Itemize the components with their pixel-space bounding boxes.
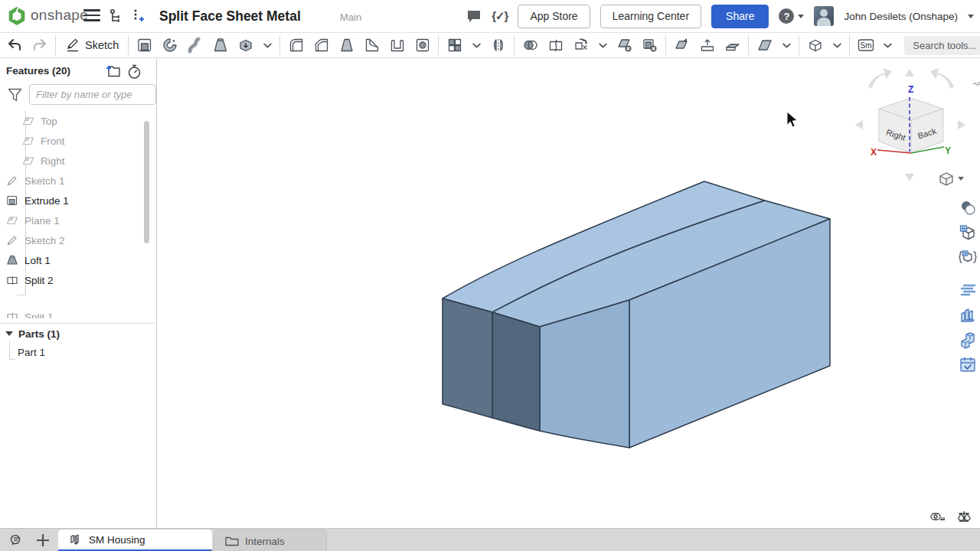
app-store-button[interactable]: App Store [518,5,590,28]
rotate-down-arrow-icon[interactable] [905,174,914,181]
parts-section-header[interactable]: Parts (1) [0,324,157,343]
feature-item-sketch2[interactable]: Sketch 2 [0,230,141,250]
transform-tool[interactable] [568,34,593,57]
part-item-1[interactable]: Part 1 [0,343,157,361]
linear-pattern-tool[interactable] [442,34,467,57]
filter-icon[interactable] [8,88,22,102]
feature-item-split2[interactable]: Split 2 [0,270,141,290]
rotate-left-side-arrow-icon[interactable] [855,120,863,129]
search-tabs-icon[interactable] [9,533,26,548]
rotate-left-arrow-icon[interactable] [868,68,892,89]
workspace-name[interactable]: Main [340,11,361,23]
tab-internals[interactable]: Internals [214,530,327,551]
sheet-metal-model-tool[interactable]: Sm [853,34,878,57]
rotate-right-side-arrow-icon[interactable] [958,120,965,129]
share-button[interactable]: Share [711,5,769,28]
learning-center-button[interactable]: Learning Center [600,5,701,28]
shell-tool[interactable] [384,34,410,57]
comments-icon[interactable] [466,9,482,24]
versions-icon[interactable] [108,8,125,24]
move-face-tool[interactable] [669,34,694,57]
feature-item-loft1[interactable]: Loft 1 [0,250,141,270]
feature-item-plane1[interactable]: Plane 1 [0,210,141,230]
configurations-panel-icon[interactable] [958,247,978,267]
rotate-right-arrow-icon[interactable] [930,68,954,89]
appearance-panel-icon[interactable] [958,198,978,218]
help-menu[interactable]: ? [779,8,804,24]
extrude-tool[interactable] [132,34,157,57]
draft-tool[interactable] [334,34,359,57]
hole-tool[interactable] [410,34,435,57]
split-tool[interactable] [543,34,568,57]
tab-sm-housing[interactable]: SM Housing [58,530,212,551]
measure-tool-icon[interactable] [931,514,945,520]
view-cube[interactable]: Right Back Top Z X Y [855,68,980,181]
chamfer-tool[interactable] [309,34,334,57]
graphics-area[interactable]: Right Back Top Z X Y [158,59,980,528]
user-caret-icon[interactable] [968,15,974,18]
redo-button[interactable] [27,34,52,57]
loft-tool[interactable] [207,34,233,57]
model-viewport-svg[interactable]: Right Back Top Z X Y [158,59,980,528]
tab-bar: SM Housing Internals [0,528,980,551]
model-part[interactable] [443,181,830,448]
mass-properties-icon[interactable] [959,511,970,521]
revolve-tool[interactable] [157,34,182,57]
delete-face-tool[interactable] [612,34,637,57]
feature-item-extrude1[interactable]: Extrude 1 [0,191,141,210]
sheet-metal-dropdown-icon[interactable] [878,34,897,57]
fillet-tool[interactable] [283,34,309,57]
feature-item-front[interactable]: Front [0,131,141,151]
feedback-icon[interactable]: {✓} [492,9,508,23]
search-tools-input[interactable] [911,39,978,52]
sweep-tool[interactable] [182,34,207,57]
sheet-metal-unfold-tool[interactable] [694,34,720,57]
flatten-tool[interactable] [720,34,745,57]
release-calendar-panel-icon[interactable] [958,354,978,374]
view-options-caret-icon[interactable] [958,177,964,181]
logo-wordmark[interactable]: onshape [31,7,88,24]
new-tab-icon[interactable] [35,533,51,548]
parts-collapse-icon[interactable] [5,331,13,336]
transform-dropdown-icon[interactable] [593,34,612,57]
rib-tool[interactable] [359,34,384,57]
boolean-tool[interactable] [518,34,543,57]
sketch-button[interactable]: Sketch [59,34,125,57]
pattern-dropdown-icon[interactable] [467,34,485,57]
bom-panel-icon[interactable] [958,305,978,325]
feature-item-right[interactable]: Right [0,151,141,171]
part-bracket-panel-icon[interactable] [958,330,978,350]
display-states-panel-icon[interactable] [958,223,978,243]
rotate-up-arrow-icon[interactable] [905,69,914,77]
filter-input[interactable] [29,84,156,105]
feature-item-top[interactable]: Top [0,111,141,131]
feature-item-sketch1[interactable]: Sketch 1 [0,171,141,191]
surface-dropdown-icon[interactable] [828,34,846,57]
avatar[interactable] [814,6,834,26]
viewcube-top-label[interactable]: Top [971,80,980,88]
insert-element-icon[interactable] [130,8,145,24]
onshape-logo-icon[interactable] [7,6,27,26]
thicken-tool[interactable] [233,34,258,57]
plane-dropdown-icon[interactable] [777,34,795,57]
tree-guide-tick [17,295,26,295]
feature-item-split1-clipped[interactable]: Split 1 [0,307,141,318]
user-name[interactable]: John Desilets (Onshape) [844,11,958,22]
help-icon[interactable]: ? [779,8,794,24]
create-folder-icon[interactable] [105,64,120,77]
mirror-tool[interactable] [485,34,511,57]
undo-button[interactable] [2,34,27,57]
surface-tool[interactable] [802,34,828,57]
rollback-history-icon[interactable] [127,64,142,80]
search-tools-box[interactable]: C [904,36,980,55]
document-title: Split Face Sheet Metal [159,8,301,24]
tree-scrollbar[interactable] [144,121,149,243]
view-options-button[interactable] [940,173,964,185]
parts-title: Parts (1) [18,328,60,340]
comments-panel-icon[interactable] [958,281,978,301]
main-menu-icon[interactable] [83,9,100,23]
delete-part-tool[interactable] [637,34,662,57]
view-mode-cube-icon[interactable] [940,173,952,185]
plane-tool[interactable] [752,34,777,57]
thicken-dropdown-icon[interactable] [258,34,276,57]
